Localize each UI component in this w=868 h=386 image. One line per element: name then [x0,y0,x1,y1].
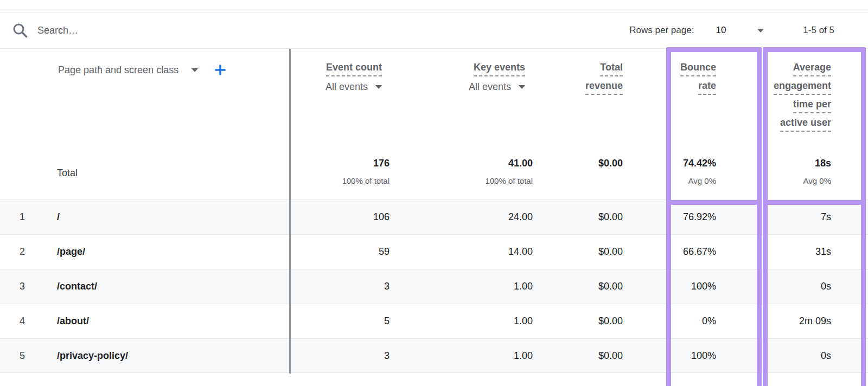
column-divider [289,49,291,374]
engagement-label-line4: active user [780,117,831,132]
cell-key-events: 1.00 [393,269,537,304]
row-number: 1 [0,200,33,234]
engagement-label-line2: engagement [774,80,831,95]
table-body: 1 / 106 24.00 $0.00 76.92% 7s 2 /page/ 5… [0,200,868,373]
key-events-selector-label: All events [469,81,511,93]
page-path: /contact/ [33,269,290,304]
column-header-engagement-time[interactable]: Average engagement time per active user [720,49,838,146]
dimension-caret-icon[interactable] [192,68,198,72]
total-event-count-value: 176 [373,157,390,169]
page-path: /privacy-policy/ [33,339,290,372]
cell-bounce-rate: 100% [627,339,720,372]
cell-event-count: 3 [290,269,393,304]
cell-total-revenue: $0.00 [537,200,627,234]
cell-key-events: 14.00 [393,235,537,269]
search-icon [12,22,28,38]
page-path: / [33,200,290,234]
page-path: /about/ [33,304,290,338]
total-key-events: 41.00 100% of total [393,146,537,200]
total-event-count: 176 100% of total [290,146,393,200]
cell-bounce-rate: 66.67% [627,235,720,269]
cell-key-events: 1.00 [393,339,537,372]
cell-engagement: 7s [720,200,838,234]
row-number: 4 [0,304,33,338]
total-revenue-label-line1: Total [600,62,623,76]
bounce-rate-label-line2: rate [698,80,716,95]
data-table: Page path and screen class Event count A… [0,49,868,373]
event-count-label: Event count [326,62,382,76]
cell-key-events: 24.00 [393,200,537,234]
table-row[interactable]: 3 /contact/ 3 1.00 $0.00 100% 0s [0,269,868,304]
event-count-selector-caret-icon [375,85,382,89]
total-revenue: $0.00 [537,146,627,200]
column-header-total-revenue[interactable]: Total revenue [537,49,627,146]
key-events-selector[interactable]: All events [469,81,525,93]
cell-bounce-rate: 76.92% [627,200,720,234]
cell-event-count: 5 [290,304,393,338]
rows-per-page-label: Rows per page: [629,25,694,36]
cell-engagement: 0s [720,269,838,304]
table-header: Page path and screen class Event count A… [0,49,868,146]
total-bounce-rate: 74.42% Avg 0% [627,146,720,200]
search-input[interactable] [37,25,265,36]
cell-engagement: 31s [720,235,838,269]
cell-total-revenue: $0.00 [537,339,627,372]
event-count-selector-label: All events [326,81,368,93]
column-header-event-count[interactable]: Event count All events [290,49,393,146]
cell-event-count: 59 [290,235,393,269]
total-row: Total 176 100% of total 41.00 100% of to… [0,146,868,200]
table-row[interactable]: 1 / 106 24.00 $0.00 76.92% 7s [0,200,868,234]
column-header-bounce-rate[interactable]: Bounce rate [627,49,720,146]
total-revenue-label-line2: revenue [585,80,623,95]
cell-bounce-rate: 100% [627,269,720,304]
bounce-rate-label-line1: Bounce [680,62,716,76]
cell-key-events: 1.00 [393,304,537,338]
dimension-header[interactable]: Page path and screen class [0,49,290,77]
total-engagement-sub: Avg 0% [803,176,831,185]
add-dimension-button[interactable] [213,63,227,77]
engagement-label-line1: Average [793,62,831,76]
key-events-label: Key events [474,62,525,76]
total-engagement-value: 18s [815,157,831,169]
dimension-header-label: Page path and screen class [58,65,178,76]
row-number: 2 [0,235,33,269]
engagement-label-line3: time per [793,99,831,113]
column-header-key-events[interactable]: Key events All events [393,49,537,146]
rows-per-page-value[interactable]: 10 [716,25,726,36]
total-bounce-rate-value: 74.42% [683,157,716,169]
total-key-events-value: 41.00 [508,157,533,169]
table-toolbar: Rows per page: 10 1-5 of 5 [0,12,868,49]
total-key-events-sub: 100% of total [485,176,533,185]
cell-engagement: 0s [720,339,838,372]
cell-event-count: 106 [290,200,393,234]
total-bounce-rate-sub: Avg 0% [688,176,716,185]
pagination-range: 1-5 of 5 [803,25,834,36]
key-events-selector-caret-icon [519,85,525,89]
total-event-count-sub: 100% of total [342,176,390,185]
row-number: 5 [0,339,33,372]
table-row[interactable]: 4 /about/ 5 1.00 $0.00 0% 2m 09s [0,304,868,338]
table-row[interactable]: 2 /page/ 59 14.00 $0.00 66.67% 31s [0,234,868,269]
cell-total-revenue: $0.00 [537,269,627,304]
plus-icon [213,63,227,77]
page-path: /page/ [33,235,290,269]
event-count-selector[interactable]: All events [326,81,382,93]
cell-total-revenue: $0.00 [537,304,627,338]
table-row[interactable]: 5 /privacy-policy/ 3 1.00 $0.00 100% 0s [0,338,868,373]
ga4-table-card: Rows per page: 10 1-5 of 5 Page path and… [0,0,868,386]
search-bar[interactable] [0,22,629,38]
cell-engagement: 2m 09s [720,304,838,338]
total-label: Total [0,146,290,200]
rows-per-page-caret-icon[interactable] [757,29,764,33]
cell-bounce-rate: 0% [627,304,720,338]
cell-total-revenue: $0.00 [537,235,627,269]
row-number: 3 [0,269,33,304]
pagination-controls: Rows per page: 10 1-5 of 5 [629,25,868,36]
cell-event-count: 3 [290,339,393,372]
total-revenue-value: $0.00 [598,157,623,169]
total-engagement-time: 18s Avg 0% [720,146,838,200]
